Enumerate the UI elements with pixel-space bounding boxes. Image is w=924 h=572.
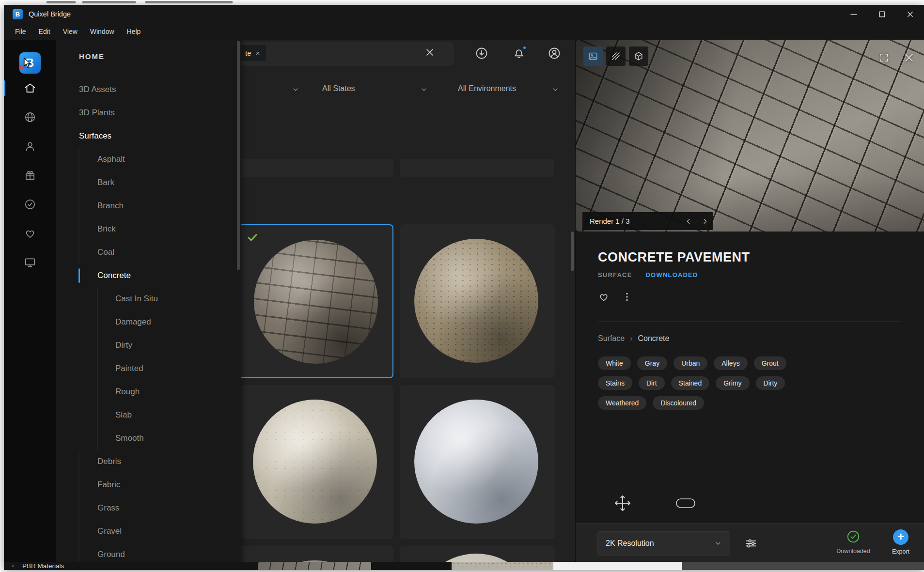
rail-item-community[interactable] [4, 103, 56, 132]
tag-stains[interactable]: Stains [598, 376, 632, 390]
nav-item-brick[interactable]: Brick [56, 217, 241, 241]
asset-card-partial[interactable] [400, 159, 554, 177]
rail-item-profile[interactable] [4, 132, 56, 161]
states-filter-dropdown[interactable]: All States [322, 84, 355, 93]
nav-item-painted[interactable]: Painted [56, 357, 241, 380]
export-action[interactable]: + Export [883, 529, 918, 555]
flyout-header: HOME [79, 52, 105, 61]
chevron-down-icon [714, 540, 722, 547]
nav-item-3d-plants[interactable]: 3D Plants [56, 101, 241, 124]
rail-item-free-assets[interactable] [4, 161, 56, 190]
chip-remove-icon[interactable]: × [256, 49, 260, 57]
move-tool-icon[interactable] [613, 494, 632, 512]
nav-item-damaged[interactable]: Damaged [56, 310, 241, 334]
tag-gray[interactable]: Gray [637, 356, 667, 370]
material-sphere-preview [253, 400, 377, 524]
notifications-button[interactable] [512, 46, 526, 60]
asset-card-concrete-paving[interactable] [238, 224, 393, 378]
nav-item-bark[interactable]: Bark [56, 171, 241, 194]
view-tab-3d[interactable] [629, 46, 648, 66]
nav-item-concrete[interactable]: Concrete [56, 264, 241, 287]
view-tab-renders[interactable] [583, 46, 603, 66]
favorite-heart-icon[interactable] [598, 291, 610, 303]
nav-item-surfaces[interactable]: Surfaces [56, 124, 241, 148]
resolution-select[interactable]: 2K Resolution [597, 531, 730, 556]
breadcrumb-separator-icon: › [630, 334, 632, 343]
render-pager: Render 1 / 3 [582, 212, 713, 230]
tag-dirt[interactable]: Dirt [639, 376, 665, 390]
export-settings-button[interactable] [744, 537, 758, 550]
asset-status-badge: DOWNLOADED [646, 271, 698, 278]
nav-item-debris[interactable]: Debris [56, 450, 241, 473]
downloads-button[interactable] [475, 46, 488, 60]
next-render-button[interactable] [697, 212, 713, 230]
category-filter-dropdown[interactable] [292, 86, 299, 93]
states-filter-chevron[interactable] [420, 86, 428, 93]
menu-view[interactable]: View [57, 23, 84, 40]
texture-thumbnail-displacement[interactable] [553, 562, 682, 570]
texture-thumbnail-roughness[interactable] [452, 562, 553, 570]
environments-filter-chevron[interactable] [551, 86, 559, 93]
globe-icon [24, 111, 36, 124]
menu-edit[interactable]: Edit [32, 23, 57, 40]
more-options-icon[interactable] [621, 291, 633, 303]
minimize-button[interactable] [840, 5, 868, 23]
pbr-materials-drawer[interactable]: ⌄ PBR Materials [4, 562, 924, 570]
background-window-text-fragment [82, 1, 136, 3]
asset-info: CONCRETE PAVEMENT SURFACE DOWNLOADED Sur… [576, 250, 924, 410]
menu-window[interactable]: Window [84, 23, 121, 40]
gift-icon [24, 169, 36, 182]
tag-dirty[interactable]: Dirty [756, 376, 785, 390]
flyout-scrollbar[interactable] [237, 41, 240, 270]
nav-item-branch[interactable]: Branch [56, 194, 241, 217]
nav-item-slab[interactable]: Slab [56, 403, 241, 427]
nav-item-smooth[interactable]: Smooth [56, 427, 241, 450]
browser-scrollbar[interactable] [571, 232, 574, 271]
nav-item-gravel[interactable]: Gravel [56, 520, 241, 543]
close-button[interactable] [896, 5, 924, 23]
texture-thumbnail-albedo[interactable] [258, 562, 371, 570]
asset-card-cream-concrete[interactable] [238, 385, 393, 539]
rail-item-local[interactable] [4, 248, 56, 277]
collapse-chevron-icon[interactable]: ⌄ [11, 562, 15, 568]
nav-item-asphalt[interactable]: Asphalt [56, 148, 241, 171]
rail-item-home[interactable] [4, 74, 56, 103]
tag-alleys[interactable]: Alleys [714, 356, 747, 370]
menu-file[interactable]: File [9, 23, 32, 40]
tag-stained[interactable]: Stained [671, 376, 709, 390]
nav-item-coal[interactable]: Coal [56, 241, 241, 264]
fullscreen-button[interactable] [876, 49, 892, 66]
asset-card-smooth-concrete[interactable] [400, 385, 555, 539]
search-filter-chip[interactable]: te × [239, 45, 266, 61]
rail-item-favorites[interactable] [4, 219, 56, 248]
rounded-plane-icon[interactable] [674, 495, 697, 511]
tag-discoloured[interactable]: Discoloured [653, 396, 704, 410]
nav-item-fabric[interactable]: Fabric [56, 473, 241, 496]
sliders-icon [744, 537, 758, 550]
search-clear-button[interactable] [425, 47, 435, 57]
tag-urban[interactable]: Urban [673, 356, 707, 370]
tag-grout[interactable]: Grout [754, 356, 786, 370]
drawer-scroll-area[interactable] [682, 562, 924, 570]
previous-render-button[interactable] [680, 212, 697, 230]
menu-help[interactable]: Help [121, 23, 147, 40]
maximize-button[interactable] [868, 5, 896, 23]
asset-card-travertine[interactable] [400, 224, 555, 378]
close-preview-button[interactable] [901, 49, 917, 66]
tag-white[interactable]: White [598, 356, 631, 370]
export-plus-icon[interactable]: + [893, 529, 908, 545]
environments-filter-dropdown[interactable]: All Environments [458, 84, 516, 93]
rail-item-acquired[interactable] [4, 190, 56, 219]
tag-weathered[interactable]: Weathered [598, 396, 646, 410]
nav-item-3d-assets[interactable]: 3D Assets [56, 78, 241, 101]
account-button[interactable] [548, 46, 561, 60]
asset-card-partial[interactable] [238, 159, 393, 177]
view-tab-textures[interactable] [606, 46, 626, 66]
nav-item-cast-in-situ[interactable]: Cast In Situ [56, 287, 241, 310]
breadcrumb-concrete[interactable]: Concrete [638, 334, 669, 343]
breadcrumb-surface[interactable]: Surface [598, 334, 625, 343]
tag-grimy[interactable]: Grimy [716, 376, 749, 390]
nav-item-dirty[interactable]: Dirty [56, 334, 241, 357]
nav-item-grass[interactable]: Grass [56, 496, 241, 520]
nav-item-rough[interactable]: Rough [56, 380, 241, 403]
